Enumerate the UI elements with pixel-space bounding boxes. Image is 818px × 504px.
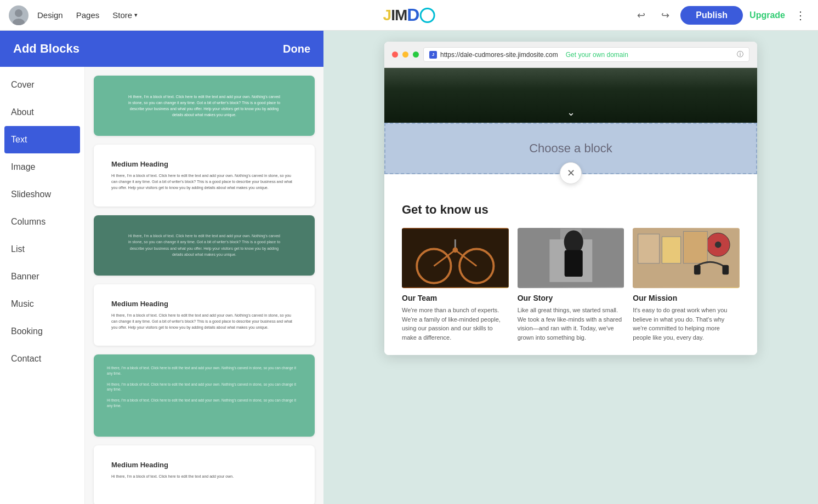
preview-6-heading: Medium Heading xyxy=(111,461,297,469)
panel-header: Add Blocks Done xyxy=(0,31,323,67)
info-icon[interactable]: ⓘ xyxy=(737,50,743,59)
avatar[interactable] xyxy=(9,5,29,25)
site-content: ⌄ Choose a block ✕ Get to know us xyxy=(384,68,757,355)
undo-icon: ↩ xyxy=(637,9,645,21)
svg-rect-14 xyxy=(564,250,582,277)
top-nav: Design Pages Store ▾ JIMD ↩ ↪ Publish Up… xyxy=(0,0,818,31)
team-card-title-0: Our Team xyxy=(402,294,509,302)
favicon-icon: J xyxy=(429,51,437,59)
team-bike-image xyxy=(402,228,509,288)
team-card-title-1: Our Story xyxy=(518,294,624,302)
team-card-title-2: Our Mission xyxy=(633,294,740,302)
svg-rect-18 xyxy=(638,234,660,264)
nav-design[interactable]: Design xyxy=(37,8,63,22)
block-preview-3[interactable]: Hi there, I'm a block of text. Click her… xyxy=(94,215,315,276)
done-button[interactable]: Done xyxy=(283,43,310,55)
preview-5-section-2: Hi there, I'm a block of text. Click her… xyxy=(107,382,302,393)
nav-store[interactable]: Store ▾ xyxy=(112,8,138,22)
team-card-desc-2: It's easy to do great work when you beli… xyxy=(633,306,740,342)
category-slideshow[interactable]: Slideshow xyxy=(0,181,84,208)
upgrade-button[interactable]: Upgrade xyxy=(749,10,785,20)
category-cover[interactable]: Cover xyxy=(0,71,84,99)
svg-rect-21 xyxy=(694,265,701,275)
category-about[interactable]: About xyxy=(0,99,84,126)
category-image[interactable]: Image xyxy=(0,153,84,181)
svg-point-9 xyxy=(452,248,458,253)
nav-right: ↩ ↪ Publish Upgrade ⋮ xyxy=(632,6,809,25)
preview-3-text: Hi there, I'm a block of text. Click her… xyxy=(128,233,281,257)
svg-rect-22 xyxy=(723,265,729,275)
block-previews: Hi there, I'm a block of text. Click her… xyxy=(85,67,323,504)
preview-5-section-3: Hi there, I'm a block of text. Click her… xyxy=(107,398,302,409)
redo-icon: ↪ xyxy=(661,9,669,21)
block-preview-1[interactable]: Hi there, I'm a block of text. Click her… xyxy=(94,76,315,136)
team-grid: Our Team We're more than a bunch of expe… xyxy=(402,228,740,342)
window-minimize-dot[interactable] xyxy=(402,51,408,58)
brand-logo: JIMD xyxy=(383,5,435,25)
close-icon: ✕ xyxy=(567,167,575,179)
category-contact[interactable]: Contact xyxy=(0,345,84,373)
team-card-our-story: Our Story Like all great things, we star… xyxy=(518,228,624,342)
block-preview-4[interactable]: Medium Heading Hi there, I'm a block of … xyxy=(94,284,315,346)
category-music[interactable]: Music xyxy=(0,290,84,318)
team-music-image xyxy=(633,228,740,288)
more-icon: ⋮ xyxy=(795,9,806,22)
nav-pages[interactable]: Pages xyxy=(76,8,100,22)
preview-6-text: Hi there, I'm a block of text. Click her… xyxy=(111,473,297,479)
team-card-our-mission: Our Mission It's easy to do great work w… xyxy=(633,228,740,342)
category-booking[interactable]: Booking xyxy=(0,318,84,345)
team-card-desc-1: Like all great things, we started small.… xyxy=(518,306,624,342)
team-woman-image xyxy=(518,228,624,288)
block-preview-2[interactable]: Medium Heading Hi there, I'm a block of … xyxy=(94,145,315,207)
nav-links: Design Pages Store ▾ xyxy=(37,8,138,22)
preview-1-text: Hi there, I'm a block of text. Click her… xyxy=(128,94,281,118)
get-to-know-section: Get to know us xyxy=(384,185,757,355)
site-preview-area: J https://dale-cudmores-site.jimdosite.c… xyxy=(323,31,818,504)
team-card-our-team: Our Team We're more than a bunch of expe… xyxy=(402,228,509,342)
team-card-desc-0: We're more than a bunch of experts. We'r… xyxy=(402,306,509,342)
get-domain-link[interactable]: Get your own domain xyxy=(566,51,628,59)
preview-2-heading: Medium Heading xyxy=(111,160,297,168)
preview-2-text: Hi there, I'm a block of text. Click her… xyxy=(111,173,297,191)
choose-block-label: Choose a block xyxy=(529,141,612,156)
preview-5-section-1: Hi there, I'm a block of text. Click her… xyxy=(107,365,302,376)
category-columns[interactable]: Columns xyxy=(0,208,84,236)
panel-title: Add Blocks xyxy=(13,42,79,56)
category-list[interactable]: List xyxy=(0,236,84,263)
chevron-down-icon: ▾ xyxy=(134,12,138,19)
add-blocks-panel: Add Blocks Done Cover About Text Image S… xyxy=(0,31,323,504)
category-banner[interactable]: Banner xyxy=(0,263,84,290)
panel-body: Cover About Text Image Slideshow Columns… xyxy=(0,67,323,504)
category-text[interactable]: Text xyxy=(4,126,80,153)
more-menu-button[interactable]: ⋮ xyxy=(792,7,809,24)
close-block-chooser-button[interactable]: ✕ xyxy=(560,162,582,184)
publish-button[interactable]: Publish xyxy=(680,6,743,25)
site-hero: ⌄ xyxy=(384,68,757,123)
redo-button[interactable]: ↪ xyxy=(656,7,674,24)
block-categories: Cover About Text Image Slideshow Columns… xyxy=(0,67,85,504)
main-layout: Add Blocks Done Cover About Text Image S… xyxy=(0,31,818,504)
get-to-know-heading: Get to know us xyxy=(402,203,740,217)
choose-block-area[interactable]: Choose a block ✕ xyxy=(384,123,757,174)
browser-url-bar[interactable]: J https://dale-cudmores-site.jimdosite.c… xyxy=(423,47,749,62)
svg-rect-19 xyxy=(662,237,681,264)
window-maximize-dot[interactable] xyxy=(413,51,419,58)
block-preview-5[interactable]: Hi there, I'm a block of text. Click her… xyxy=(94,354,315,437)
svg-point-1 xyxy=(15,9,22,17)
svg-point-17 xyxy=(715,242,722,248)
preview-4-heading: Medium Heading xyxy=(111,300,297,308)
window-close-dot[interactable] xyxy=(392,51,398,58)
browser-window: J https://dale-cudmores-site.jimdosite.c… xyxy=(384,42,757,355)
url-text: https://dale-cudmores-site.jimdosite.com xyxy=(440,51,558,59)
preview-4-text: Hi there, I'm a block of text. Click her… xyxy=(111,312,297,331)
hero-scroll-chevron[interactable]: ⌄ xyxy=(567,106,575,118)
undo-button[interactable]: ↩ xyxy=(632,7,650,24)
block-preview-6[interactable]: Medium Heading Hi there, I'm a block of … xyxy=(94,445,315,504)
browser-chrome: J https://dale-cudmores-site.jimdosite.c… xyxy=(384,42,757,68)
svg-rect-20 xyxy=(684,231,708,263)
